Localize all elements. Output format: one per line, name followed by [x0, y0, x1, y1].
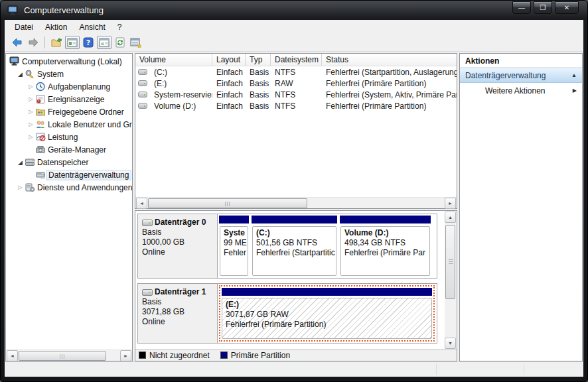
console-window-icon[interactable] — [65, 36, 80, 49]
refresh-icon[interactable] — [113, 36, 127, 49]
scroll-left-icon[interactable]: ◄ — [136, 198, 147, 209]
expanded-arrow-icon[interactable]: ◢ — [17, 159, 24, 166]
services-icon — [25, 182, 35, 192]
volume-row-c[interactable]: (C:) Einfach Basis NTFS Fehlerfrei (Star… — [135, 66, 457, 78]
statusbar-separator — [436, 364, 437, 375]
tree-horizontal-scrollbar[interactable]: ◄ ► — [6, 350, 132, 361]
volume-list-header: Volume Layout Typ Dateisystem Status — [135, 54, 457, 66]
back-icon[interactable] — [10, 36, 25, 49]
partition-d[interactable]: Volume (D:) 498,34 GB NTFS Fehlerfrei (P… — [340, 216, 431, 277]
unallocated-swatch — [139, 351, 146, 359]
menu-ansicht[interactable]: Ansicht — [73, 21, 111, 33]
actions-header: Aktionen — [460, 54, 582, 68]
collapsed-arrow-icon[interactable]: ▷ — [27, 84, 35, 90]
actions-group-datentraegerverwaltung[interactable]: Datenträgerverwaltung ▲ — [460, 68, 582, 83]
menubar: Datei Aktion Ansicht ? — [5, 20, 583, 34]
collapsed-arrow-icon[interactable]: ▷ — [27, 134, 35, 140]
scrollbar-thumb[interactable] — [148, 198, 307, 208]
tree-item-geraete-manager[interactable]: Geräte-Manager — [6, 143, 132, 156]
device-manager-icon — [35, 145, 46, 155]
tree-item-label: Geräte-Manager — [48, 145, 106, 155]
window-title: Computerverwaltung — [24, 5, 104, 15]
expanded-arrow-icon[interactable]: ◢ — [17, 71, 24, 78]
titlebar[interactable]: Computerverwaltung — ❐ ✕ — [0, 0, 588, 20]
tree-item-datenspeicher[interactable]: ◢ Datenspeicher — [6, 156, 132, 168]
partition-c[interactable]: (C:) 501,56 GB NTFS Fehlerfrei (Startpar… — [252, 216, 337, 277]
menu-aktion[interactable]: Aktion — [39, 21, 73, 33]
disk1-status: Online — [142, 317, 213, 327]
scroll-down-icon[interactable]: ▼ — [445, 338, 456, 349]
tree-item-aufgabenplanung[interactable]: ▷ Aufgabenplanung — [6, 80, 132, 93]
scrollbar-thumb[interactable] — [445, 225, 455, 299]
column-header-volume[interactable]: Volume — [135, 54, 212, 66]
content: Computerverwaltung (Lokal) ◢ System ▷ Au… — [5, 52, 583, 361]
disk-area: Datenträger 0 Basis 1000,00 GB Online Sy… — [135, 211, 445, 349]
disk-console-icon[interactable] — [129, 36, 143, 49]
scrollbar-thumb[interactable] — [19, 351, 106, 361]
menu-datei[interactable]: Datei — [9, 21, 39, 33]
volume-icon — [138, 80, 147, 86]
legend-unallocated: Nicht zugeordnet — [139, 351, 210, 360]
toolbar-separator — [44, 36, 45, 48]
disk1-size: 3071,88 GB — [142, 307, 213, 317]
computer-management-window: Computerverwaltung — ❐ ✕ Datei Aktion An… — [0, 0, 588, 382]
console-tree-panel: Computerverwaltung (Lokal) ◢ System ▷ Au… — [5, 53, 133, 361]
disk-management-icon — [35, 170, 46, 180]
volume-row-system-reserviert[interactable]: System-reserviert Einfach Basis NTFS Feh… — [135, 89, 457, 100]
disk0-info[interactable]: Datenträger 0 Basis 1000,00 GB Online — [138, 214, 218, 278]
partition-color-bar — [340, 216, 431, 223]
scroll-right-icon[interactable]: ► — [445, 198, 456, 209]
tree-item-leistung[interactable]: ▷ Leistung — [6, 131, 132, 143]
tree-item-computerverwaltung[interactable]: Computerverwaltung (Lokal) — [6, 55, 132, 68]
menu-hilfe[interactable]: ? — [111, 21, 128, 33]
disk-view-vertical-scrollbar[interactable]: ▲ ▼ — [445, 212, 456, 349]
maximize-button[interactable]: ❐ — [534, 1, 552, 14]
collapsed-arrow-icon[interactable]: ▷ — [27, 109, 35, 115]
minimize-button[interactable]: — — [512, 1, 531, 14]
export-folder-icon[interactable] — [49, 36, 64, 49]
disk-icon — [142, 289, 153, 296]
show-console-tree-icon[interactable] — [97, 36, 111, 49]
scroll-left-icon[interactable]: ◄ — [7, 350, 18, 361]
tree-item-freigegebene-ordner[interactable]: ▷ Freigegebene Ordner — [6, 105, 132, 118]
volume-row-e[interactable]: (E:) Einfach Basis RAW Fehlerfrei (Primä… — [135, 78, 457, 89]
tree-item-ereignisanzeige[interactable]: ▷ ! Ereignisanzeige — [6, 93, 132, 105]
collapsed-arrow-icon[interactable]: ▷ — [27, 96, 35, 102]
disk1-info[interactable]: Datenträger 1 Basis 3071,88 GB Online — [138, 284, 218, 343]
collapsed-arrow-icon[interactable]: ▷ — [17, 184, 24, 190]
chevron-up-icon[interactable]: ▲ — [571, 72, 577, 78]
volume-list-horizontal-scrollbar[interactable]: ◄ ► — [135, 197, 457, 208]
collapsed-arrow-icon[interactable]: ▷ — [27, 121, 35, 127]
tree-item-datentraegerverwaltung[interactable]: Datenträgerverwaltung — [6, 168, 132, 181]
computer-icon — [9, 56, 20, 66]
partition-color-bar — [252, 216, 337, 223]
column-header-typ[interactable]: Typ — [246, 54, 271, 66]
details-pane: Volume Layout Typ Dateisystem Status (C:… — [135, 53, 457, 361]
forward-icon[interactable] — [26, 36, 40, 49]
volume-icon — [138, 103, 147, 109]
close-button[interactable]: ✕ — [555, 1, 579, 14]
volume-row-d[interactable]: Volume (D:) Einfach Basis NTFS Fehlerfre… — [135, 100, 457, 111]
tree-item-label: Dienste und Anwendungen — [37, 183, 132, 192]
partition-e-selected[interactable]: (E:) 3071,87 GB RAW Fehlerfrei (Primäre … — [219, 285, 435, 342]
client-area: Datei Aktion Ansicht ? ? — [5, 20, 583, 377]
help-icon[interactable]: ? — [81, 36, 96, 49]
tree-item-lokale-benutzer[interactable]: ▷ Lokale Benutzer und Gru — [6, 118, 132, 131]
disk1-type: Basis — [142, 297, 213, 307]
system-icon — [25, 69, 35, 79]
column-header-dateisystem[interactable]: Dateisystem — [271, 54, 322, 66]
event-viewer-icon: ! — [35, 94, 46, 104]
action-weitere-aktionen[interactable]: Weitere Aktionen ▶ — [460, 83, 582, 98]
column-header-layout[interactable]: Layout — [212, 54, 246, 66]
scroll-right-icon[interactable]: ► — [120, 350, 131, 361]
disk0-partitions: Syste 99 ME Fehler (C:) 501,5 — [218, 214, 437, 278]
volume-list-pane: Volume Layout Typ Dateisystem Status (C:… — [135, 53, 457, 209]
tree-item-system[interactable]: ◢ System — [6, 68, 132, 80]
tree-item-dienste-anwendungen[interactable]: ▷ Dienste und Anwendungen — [6, 181, 132, 194]
partition-system-reserviert[interactable]: Syste 99 ME Fehler — [219, 216, 249, 277]
column-header-status[interactable]: Status — [322, 54, 457, 66]
primary-partition-swatch — [220, 351, 228, 359]
task-scheduler-icon — [35, 82, 46, 92]
scroll-up-icon[interactable]: ▲ — [445, 212, 456, 223]
shared-folders-icon — [35, 107, 46, 117]
